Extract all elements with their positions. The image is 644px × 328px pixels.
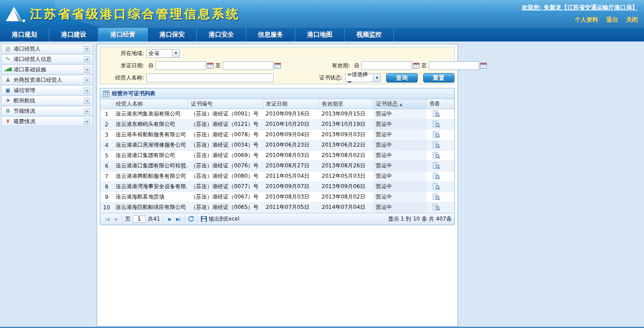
column-header-cert-number[interactable]: 证书编号	[188, 99, 263, 109]
operator-name-cell: 连云港东粮码头有限公司	[113, 119, 188, 129]
nav-tab-port-construction[interactable]: 港口建设	[49, 28, 98, 42]
calendar-icon[interactable]	[413, 62, 420, 69]
app-logo-icon	[5, 5, 25, 24]
calendar-icon[interactable]	[207, 62, 214, 69]
table-row[interactable]: 1 连云港东鸿集装箱有限公司 （苏连）港经证（0091）号 2010年09月16…	[100, 109, 454, 119]
expand-plus-icon[interactable]	[84, 46, 90, 52]
valid-until-cell: 2013年09月03日	[319, 129, 373, 140]
header-link-close[interactable]: 关闭	[626, 16, 638, 23]
row-number: 3	[100, 129, 113, 140]
expand-plus-icon[interactable]	[84, 98, 90, 104]
nav-tab-port-security[interactable]: 港口保安	[148, 28, 197, 42]
last-page-button[interactable]	[174, 217, 182, 222]
expand-plus-icon[interactable]	[84, 88, 90, 93]
sidebar-item-port-infrastructure[interactable]: ▂▅▇ 港口基础设施	[1, 65, 93, 74]
issue-date-from-input[interactable]	[155, 61, 206, 70]
view-cell	[426, 109, 446, 119]
valid-until-cell: 2013年09月15日	[319, 109, 373, 119]
view-icon[interactable]	[433, 194, 440, 200]
cert-status-cell: 营运中	[373, 150, 426, 161]
sidebar-item-credit-management[interactable]: ▣ 诚信管理	[1, 85, 93, 95]
table-row[interactable]: 8 连云港港湾海事安全设备有限... （苏连）港经证（0077）号 2010年0…	[100, 181, 454, 192]
sidebar-item-foreign-investment-operators[interactable]: ♟ 外商投资港口经营人	[1, 75, 93, 85]
sidebar-item-port-operators[interactable]: ▤ 港口经营人	[1, 44, 93, 54]
nav-tab-port-operation[interactable]: 港口经营	[98, 28, 148, 42]
calendar-icon[interactable]	[274, 62, 281, 69]
table-row[interactable]: 9 连云港海航基地货场 （苏连）港经证（0067）号 2010年08月03日 2…	[100, 192, 454, 202]
table-row[interactable]: 5 连云港港口集团有限公司 （苏连）港经证（0069）号 2010年08月03日…	[100, 150, 454, 161]
view-icon[interactable]	[433, 131, 440, 138]
view-icon[interactable]	[433, 121, 440, 128]
nav-tab-port-safety[interactable]: 港口安全	[197, 28, 246, 42]
table-row[interactable]: 4 连云港港口房屋维修服务公司 （苏连）港经证（0034）号 2010年06月2…	[100, 140, 454, 150]
view-icon[interactable]	[433, 162, 440, 169]
view-icon[interactable]	[433, 152, 440, 159]
column-header-issue-date[interactable]: 发证日期	[263, 99, 319, 109]
region-select[interactable]: 全省	[146, 49, 180, 58]
header-link-profile[interactable]: 个人资料	[574, 16, 598, 23]
table-row[interactable]: 10 连云港海巨船舶供应有限公司 （苏连）港经证（0065）号 2011年07月…	[100, 202, 454, 213]
table-row[interactable]: 6 连云港港口集团有限公司轮驳... （苏连）港经证（0076）号 2010年0…	[100, 161, 454, 171]
filler-cell	[446, 161, 454, 171]
cert-status-cell: 营运中	[373, 202, 426, 213]
expand-plus-icon[interactable]	[84, 77, 90, 83]
expand-plus-icon[interactable]	[84, 56, 90, 62]
sidebar-item-energy-saving[interactable]: ♻ 节能情况	[1, 106, 93, 116]
view-icon[interactable]	[433, 111, 440, 117]
search-row-region: 所在地域: 全省	[100, 47, 454, 60]
operator-name-cell: 连云港港口房屋维修服务公司	[113, 140, 188, 150]
page-number-input[interactable]	[133, 215, 145, 223]
header-link-logout[interactable]: 退出	[606, 16, 618, 23]
validity-from-input[interactable]	[361, 61, 412, 70]
cert-status-cell: 营运中	[373, 109, 426, 119]
main-content: 所在地域: 全省 发证日期: 自 至	[97, 44, 458, 327]
first-page-button[interactable]	[103, 217, 111, 222]
view-icon[interactable]	[433, 173, 440, 180]
next-page-button[interactable]	[166, 217, 174, 222]
column-header-view[interactable]: 查看	[426, 99, 446, 109]
operator-name-input[interactable]	[146, 74, 274, 82]
cert-status-select[interactable]: =请选择=	[345, 74, 381, 82]
expand-plus-icon[interactable]	[84, 119, 90, 125]
sidebar-item-fees[interactable]: ¥ 规费情况	[1, 116, 93, 126]
fees-icon: ¥	[4, 119, 12, 124]
sidebar-item-operator-info[interactable]: ✎ 港口经营人信息	[1, 54, 93, 64]
export-excel-button[interactable]: 输出到Excel	[201, 215, 239, 223]
issue-date-cell: 2011年05月04日	[263, 171, 319, 181]
nav-tab-port-map[interactable]: 港口地图	[295, 28, 345, 42]
cert-number-cell: （苏连）港经证（0080）号	[188, 171, 263, 181]
license-grid-panel: 经营许可证书列表 经营人名称 证书编号 发证日期 有效期至 证书状态	[100, 88, 455, 225]
view-icon[interactable]	[433, 204, 440, 211]
view-cell	[426, 140, 446, 150]
nav-tab-info-service[interactable]: 信息服务	[246, 28, 295, 42]
column-header-cert-status[interactable]: 证书状态	[373, 99, 426, 109]
sidebar-item-flight-routes[interactable]: ✈ 航班航线	[1, 96, 93, 106]
valid-until-cell: 2014年07月04日	[319, 202, 373, 213]
chevron-down-icon	[373, 74, 380, 82]
operator-name-cell: 连云港东鸿集装箱有限公司	[113, 109, 188, 119]
nav-tab-port-planning[interactable]: 港口规划	[0, 28, 49, 42]
calendar-icon[interactable]	[480, 62, 487, 69]
table-row[interactable]: 7 连云港港腾船舶服务有限公司 （苏连）港经证（0080）号 2011年05月0…	[100, 171, 454, 181]
view-cell	[426, 171, 446, 181]
view-icon[interactable]	[433, 142, 440, 148]
validity-to-input[interactable]	[429, 61, 479, 70]
table-row[interactable]: 3 连云港丰裕船舶服务有限公司 （苏连）港经证（0078）号 2010年09月0…	[100, 129, 454, 140]
refresh-button[interactable]	[188, 216, 194, 222]
reset-button[interactable]: 重置	[423, 73, 454, 83]
query-button[interactable]: 查询	[386, 73, 417, 83]
operator-info-icon: ✎	[4, 56, 12, 62]
expand-plus-icon[interactable]	[84, 108, 90, 114]
column-header-valid-until[interactable]: 有效期至	[319, 99, 373, 109]
prev-page-button[interactable]	[111, 217, 119, 222]
cert-number-cell: （苏连）港经证（0076）号	[188, 161, 263, 171]
column-header-operator-name[interactable]: 经营人名称	[113, 99, 188, 109]
grid-body: 1 连云港东鸿集装箱有限公司 （苏连）港经证（0091）号 2010年09月16…	[100, 109, 454, 213]
expand-plus-icon[interactable]	[84, 67, 90, 73]
table-row[interactable]: 2 连云港东粮码头有限公司 （苏连）港经证（0121）号 2010年10月20日…	[100, 119, 454, 129]
filler-cell	[446, 192, 454, 202]
nav-tab-video-monitor[interactable]: 视频监控	[345, 28, 394, 42]
issue-date-to-input[interactable]	[223, 61, 273, 70]
view-cell	[426, 129, 446, 140]
view-icon[interactable]	[433, 183, 440, 190]
